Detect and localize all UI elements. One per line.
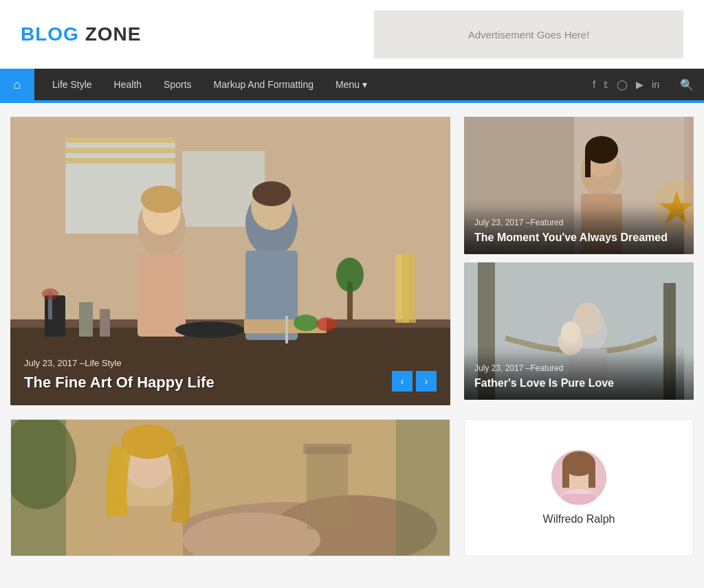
svg-rect-9 [138, 254, 186, 337]
author-avatar [551, 450, 606, 505]
card-1-title: The Moment You've Always Dreamed [474, 231, 683, 244]
svg-point-29 [336, 258, 364, 292]
svg-rect-56 [396, 420, 450, 556]
slider-prev-button[interactable]: ‹ [392, 371, 412, 392]
instagram-icon[interactable]: ◯ [617, 79, 628, 90]
svg-rect-66 [562, 464, 569, 488]
author-widget: Wilfredo Ralph [464, 419, 694, 556]
home-button[interactable]: ⌂ [0, 69, 34, 100]
hero-overlay: July 23, 2017 –Life Style The Fine Art O… [10, 344, 450, 405]
svg-rect-16 [45, 295, 65, 337]
article-card-2[interactable]: July 23, 2017 –Featured Father's Love Is… [464, 262, 694, 400]
svg-rect-67 [588, 464, 595, 488]
svg-point-22 [294, 315, 318, 331]
svg-rect-69 [562, 494, 596, 505]
search-button[interactable]: 🔍 [670, 69, 704, 100]
nav-item-sports[interactable]: Sports [153, 69, 202, 100]
card-2-overlay: July 23, 2017 –Featured Father's Love Is… [464, 353, 694, 400]
logo-blog: BLOG [21, 23, 79, 45]
navbar: ⌂ Life Style Health Sports Markup And Fo… [0, 69, 704, 100]
svg-rect-3 [65, 137, 175, 143]
twitter-icon[interactable]: 𝕥 [604, 79, 608, 90]
nav-item-lifestyle[interactable]: Life Style [41, 69, 103, 100]
article-card-1[interactable]: ★ July [464, 117, 694, 254]
social-links: f 𝕥 ◯ ▶ in [582, 69, 670, 100]
svg-rect-18 [100, 309, 110, 337]
svg-rect-17 [79, 302, 93, 337]
nav-item-markup[interactable]: Markup And Formatting [203, 69, 325, 100]
svg-point-11 [141, 185, 182, 213]
top-section: July 23, 2017 –Life Style The Fine Art O… [10, 117, 694, 405]
facebook-icon[interactable]: f [593, 79, 595, 90]
slider-next-button[interactable]: › [416, 371, 437, 392]
chevron-down-icon: ▾ [362, 79, 367, 90]
bottom-section: Wilfredo Ralph [10, 419, 694, 556]
nav-item-menu[interactable]: Menu ▾ [324, 69, 378, 100]
svg-rect-27 [402, 254, 416, 323]
logo-zone: ZONE [85, 23, 142, 45]
svg-point-15 [252, 181, 291, 206]
svg-rect-61 [307, 447, 348, 530]
hero-title: The Fine Art Of Happy Life [24, 374, 437, 392]
linkedin-icon[interactable]: in [652, 79, 659, 90]
hero-slider: July 23, 2017 –Life Style The Fine Art O… [10, 117, 450, 405]
slider-controls: ‹ › [392, 371, 437, 392]
svg-rect-21 [285, 316, 288, 343]
hero-category: July 23, 2017 –Life Style [24, 358, 437, 368]
svg-point-60 [121, 425, 176, 459]
nav-items: Life Style Health Sports Markup And Form… [34, 69, 582, 100]
advertisement-banner: Advertisement Goes Here! [374, 10, 683, 58]
card-2-category: July 23, 2017 –Featured [474, 363, 683, 373]
svg-rect-5 [65, 158, 175, 163]
svg-rect-62 [303, 444, 351, 454]
svg-rect-37 [585, 150, 591, 177]
right-cards: ★ July [464, 117, 694, 405]
main-content: July 23, 2017 –Life Style The Fine Art O… [0, 103, 704, 570]
nav-item-health[interactable]: Health [103, 69, 153, 100]
svg-rect-4 [65, 148, 175, 153]
svg-point-48 [561, 321, 580, 343]
card-1-overlay: July 23, 2017 –Featured The Moment You'v… [464, 207, 694, 254]
card-1-category: July 23, 2017 –Featured [474, 218, 683, 227]
author-name: Wilfredo Ralph [543, 513, 615, 525]
svg-point-19 [175, 321, 244, 338]
youtube-icon[interactable]: ▶ [636, 79, 644, 90]
header: BLOG ZONE Advertisement Goes Here! [0, 0, 704, 69]
svg-point-23 [316, 317, 337, 331]
svg-point-25 [42, 289, 58, 299]
logo[interactable]: BLOG ZONE [21, 23, 141, 45]
bottom-article-card[interactable] [10, 419, 450, 556]
card-2-title: Father's Love Is Pure Love [474, 377, 683, 389]
